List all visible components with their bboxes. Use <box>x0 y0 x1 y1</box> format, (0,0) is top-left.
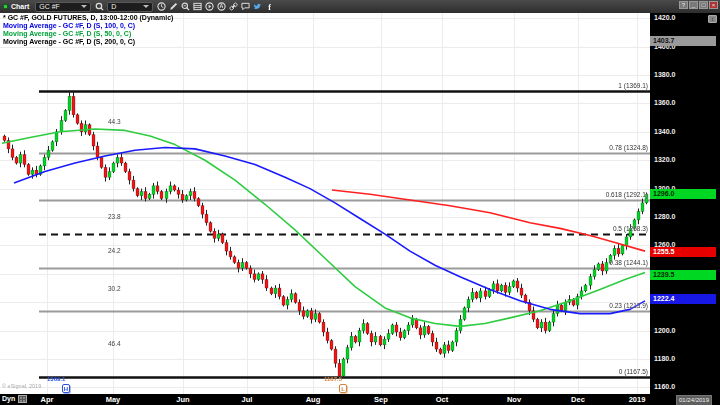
chart-legend: * GC #F, GOLD FUTURES, D, 13:00-12:00 (D… <box>3 14 173 46</box>
month-label: 2019 <box>622 395 652 404</box>
fib-level-label: 0.23 (1213.9) <box>609 302 648 309</box>
window-controls: ?_□× <box>679 1 718 9</box>
high-marker-value: 1369.1 <box>47 376 65 382</box>
svg-text:f: f <box>268 3 271 11</box>
month-label: Apr <box>32 395 62 404</box>
price-tick-label: 1180.0 <box>654 355 675 362</box>
low-marker-value: 1167.5 <box>324 376 342 382</box>
alerts-icon[interactable]: A <box>216 2 226 12</box>
month-label: Oct <box>427 395 457 404</box>
toolbar-icon-group: Af <box>156 2 274 12</box>
price-tick-label: 1320.0 <box>654 156 675 163</box>
svg-text:A: A <box>219 3 223 9</box>
fib-diff-label: 24.2 <box>108 247 121 254</box>
month-label: May <box>98 395 128 404</box>
price-tick-label: 1280.0 <box>654 213 675 220</box>
legend-line-0[interactable]: * GC #F, GOLD FUTURES, D, 13:00-12:00 (D… <box>3 14 173 22</box>
copyright-text: © eSignal, 2019 <box>2 383 41 389</box>
chart-tab[interactable]: Chart <box>11 3 29 10</box>
dyn-grid-icon[interactable] <box>18 395 27 403</box>
legend-line-1[interactable]: Moving Average - GC #F, D (S, 100, 0, C) <box>3 22 173 30</box>
price-tick-label: 1200.0 <box>654 327 675 334</box>
symbol-select[interactable]: GC #F <box>35 2 91 12</box>
fib-level-label: 1 (1369.1) <box>618 82 648 89</box>
dyn-mode-label[interactable]: Dyn <box>2 395 15 402</box>
chart-plot-area[interactable]: * GC #F, GOLD FUTURES, D, 13:00-12:00 (D… <box>0 13 650 394</box>
chevron-down-icon <box>81 5 87 8</box>
restore-button[interactable]: □ <box>699 1 708 9</box>
help-button[interactable]: ? <box>679 1 688 9</box>
clock-icon[interactable] <box>156 2 166 12</box>
link-icon[interactable] <box>228 2 238 12</box>
time-axis[interactable]: Dyn 01/24/2019 AprMayJunJulAugSepOctNovD… <box>0 394 720 405</box>
price-box: 1239.5 <box>650 270 716 280</box>
price-tick-label: 1340.0 <box>654 128 675 135</box>
symbol-lookup-icon[interactable] <box>94 2 104 12</box>
last-date-box[interactable]: 01/24/2019 <box>676 395 712 405</box>
interval-value: D <box>111 3 116 10</box>
fib-level-label: 0.5 (1268.3) <box>613 225 648 232</box>
draw-icon[interactable] <box>168 2 178 12</box>
high-marker-icon: H <box>62 384 70 393</box>
fib-diff-label: 46.4 <box>108 340 121 347</box>
fib-level-label: 0 (1167.5) <box>619 368 648 375</box>
month-label: Sep <box>366 395 396 404</box>
fib-diff-label: 44.3 <box>108 118 121 125</box>
price-tick-label: 1380.0 <box>654 71 675 78</box>
price-box: 1222.4 <box>650 294 716 304</box>
axis-scale-icon[interactable]: ↕ <box>708 15 717 23</box>
legend-line-2[interactable]: Moving Average - GC #F, D (S, 50, 0, C) <box>3 30 173 38</box>
month-label: Aug <box>298 395 328 404</box>
fib-level-label: 0.78 (1324.8) <box>609 144 648 151</box>
price-tick-label: 1360.0 <box>654 99 675 106</box>
fib-diff-label: 30.2 <box>108 285 121 292</box>
close-button[interactable]: × <box>709 1 718 9</box>
fib-level-label: 0.618 (1292.1) <box>606 191 648 198</box>
legend-line-3[interactable]: Moving Average - GC #F, D (S, 200, 0, C) <box>3 38 173 46</box>
symbol-value: GC #F <box>39 3 60 10</box>
low-marker-icon: L <box>339 384 347 393</box>
month-label: Nov <box>499 395 529 404</box>
chart-window: Chart GC #F D Af ?_□× * GC #F, GOLD FUTU… <box>0 0 720 405</box>
chevron-down-icon <box>143 5 149 8</box>
chat-icon[interactable] <box>240 2 250 12</box>
fib-level-label: 0.38 (1244.1) <box>609 259 648 266</box>
price-tick-label: 1420.0 <box>654 14 675 21</box>
month-label: Jun <box>168 395 198 404</box>
month-label: Dec <box>563 395 593 404</box>
status-dot <box>3 4 8 9</box>
twitter-icon[interactable] <box>252 2 262 12</box>
watchlist-icon[interactable] <box>192 2 202 12</box>
price-box: 1255.5 <box>650 247 716 257</box>
toolbar-icon-group <box>94 2 104 12</box>
facebook-icon[interactable]: f <box>264 2 274 12</box>
price-box: 1403.7 <box>650 36 716 46</box>
month-label: Jul <box>232 395 262 404</box>
price-chart-canvas[interactable] <box>0 13 650 394</box>
zoom-icon[interactable] <box>180 2 190 12</box>
play-icon[interactable] <box>204 2 214 12</box>
price-box: 1296.0 <box>650 189 716 199</box>
price-axis[interactable]: ↕ 1420.01400.01380.01360.01340.01320.013… <box>650 13 720 394</box>
fib-diff-label: 23.8 <box>108 213 121 220</box>
toolbar: Chart GC #F D Af ?_□× <box>0 0 720 13</box>
price-tick-label: 1160.0 <box>654 383 675 390</box>
interval-select[interactable]: D <box>107 2 153 12</box>
minimize-button[interactable]: _ <box>689 1 698 9</box>
